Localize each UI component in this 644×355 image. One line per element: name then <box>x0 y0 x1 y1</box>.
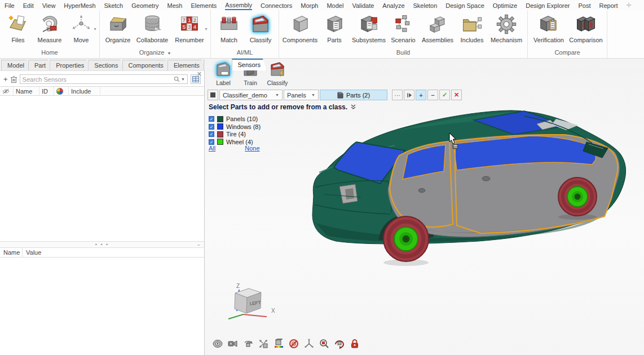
menu-sketch[interactable]: Sketch <box>104 1 123 10</box>
classify-tool[interactable]: Classify <box>266 60 289 86</box>
menu-report[interactable]: Report <box>599 1 618 10</box>
menu-validate[interactable]: Validate <box>352 1 374 10</box>
menu-view[interactable]: View <box>42 1 56 10</box>
menu-optimize[interactable]: Optimize <box>493 1 517 10</box>
collapse-prompt-icon[interactable] <box>351 104 356 110</box>
color-column-header[interactable] <box>54 87 69 95</box>
name-column-header[interactable]: Name <box>14 87 39 95</box>
graphics-viewport[interactable]: Label Train Classify <box>205 59 644 355</box>
delete-sensor-icon[interactable] <box>11 76 17 83</box>
legend-links: All None <box>209 145 271 152</box>
ribbon-item-renumber[interactable]: 7 1 2 5 3 4 Renumber ▼ <box>171 12 208 43</box>
menu-file[interactable]: File <box>5 1 15 10</box>
ribbon-item-organize[interactable]: Organize <box>102 12 134 43</box>
class-row-windows[interactable]: ✓ Windows (8) <box>209 123 261 131</box>
menu-overflow-icon[interactable]: ✛ <box>627 2 632 9</box>
clear-highlight-icon[interactable] <box>289 339 299 349</box>
parts-selection-field[interactable]: Parts (2) <box>320 90 387 100</box>
renumber-dropdown-arrow[interactable]: ▼ <box>204 27 208 31</box>
menu-edit[interactable]: Edit <box>23 1 34 10</box>
menu-mesh[interactable]: Mesh <box>167 1 183 10</box>
rotate-view-icon[interactable] <box>243 339 253 349</box>
search-filter-dropdown-icon[interactable]: ▼ <box>181 77 185 81</box>
menu-hypermesh[interactable]: HyperMesh <box>64 1 95 10</box>
sensor-search-input[interactable] <box>23 76 174 83</box>
tab-components[interactable]: Components <box>122 60 170 70</box>
menu-skeleton[interactable]: Skeleton <box>413 1 438 10</box>
lock-rotation-icon[interactable] <box>350 339 360 349</box>
ribbon-item-mechanism[interactable]: Mechanism <box>488 12 525 43</box>
include-column-header[interactable]: Include <box>69 87 100 95</box>
close-panel-icon[interactable]: ✕ <box>197 70 202 78</box>
select-all-link[interactable]: All <box>209 145 215 152</box>
classifier-dropdown[interactable]: Classifier_demo▼ <box>219 90 283 100</box>
splitter-handle-icon: • • • <box>95 242 109 247</box>
tab-part[interactable]: Part <box>28 60 52 70</box>
ribbon-group-home: Files Measure <box>0 10 100 58</box>
options-button[interactable]: ··· <box>392 90 403 100</box>
menu-post[interactable]: Post <box>578 1 590 10</box>
tab-sections[interactable]: Sections <box>88 60 124 70</box>
add-to-class-button[interactable]: + <box>416 90 426 100</box>
menu-model[interactable]: Model <box>327 1 343 10</box>
wheel-checkbox[interactable]: ✓ <box>209 139 214 145</box>
menu-design-explorer[interactable]: Design Explorer <box>526 1 570 10</box>
tab-sensors[interactable]: Sensors <box>232 59 267 70</box>
sensor-tree-area[interactable] <box>0 96 204 241</box>
menu-morph[interactable]: Morph <box>301 1 318 10</box>
windows-checkbox[interactable]: ✓ <box>209 124 214 130</box>
collapse-section-icon[interactable]: ⌄ <box>196 241 202 247</box>
fit-view-icon[interactable] <box>258 339 268 349</box>
confirm-button[interactable]: ✓ <box>439 90 450 100</box>
spin-view-icon[interactable] <box>334 339 345 349</box>
ribbon-item-measure[interactable]: Measure <box>34 12 65 43</box>
class-row-tire[interactable]: ✓ Tire (4) <box>209 131 261 138</box>
ribbon-item-parts[interactable]: Parts <box>319 12 350 43</box>
zoom-select-icon[interactable] <box>319 339 329 349</box>
scope-dropdown[interactable]: Panels▼ <box>284 90 319 100</box>
menu-elements[interactable]: Elements <box>191 1 217 10</box>
tab-properties[interactable]: Properties <box>50 60 90 70</box>
menu-design-space[interactable]: Design Space <box>445 1 484 10</box>
ribbon-item-move[interactable]: Move ▼ <box>65 12 97 43</box>
panels-checkbox[interactable]: ✓ <box>209 116 214 122</box>
remove-from-class-button[interactable]: − <box>427 90 438 100</box>
view-orientation-cube[interactable]: Z LEFT X <box>223 282 277 322</box>
menu-analyze[interactable]: Analyze <box>382 1 404 10</box>
ribbon-item-match[interactable]: Match <box>213 12 245 43</box>
select-none-link[interactable]: None <box>245 145 259 152</box>
ribbon-item-includes[interactable]: Includes <box>456 12 488 43</box>
ribbon-item-assemblies[interactable]: Assemblies <box>419 12 456 43</box>
property-value-column[interactable]: Value <box>23 249 41 256</box>
class-row-panels[interactable]: ✓ Panels (10) <box>209 116 261 123</box>
tire-checkbox[interactable]: ✓ <box>209 131 214 137</box>
display-legend-icon[interactable] <box>274 339 284 349</box>
panel-splitter[interactable]: • • • ⌄ <box>0 241 204 248</box>
reject-button[interactable]: ✕ <box>451 90 462 100</box>
ribbon-item-subsystems[interactable]: Subsystems <box>350 12 387 43</box>
ribbon-item-collaborate[interactable]: Collaborate <box>134 12 171 43</box>
move-dropdown-arrow[interactable]: ▼ <box>93 27 97 31</box>
ribbon-item-scenario[interactable]: Scenario <box>387 12 419 43</box>
menu-connectors[interactable]: Connectors <box>261 1 292 10</box>
view-options-icon[interactable] <box>213 339 223 349</box>
property-table-area[interactable] <box>0 258 204 355</box>
advance-button[interactable] <box>404 90 414 100</box>
camera-standard-views-icon[interactable] <box>228 339 238 349</box>
ribbon-item-verification[interactable]: Verification <box>530 12 567 43</box>
ribbon-item-comparison[interactable]: Comparison <box>567 12 605 43</box>
axes-triad-icon[interactable] <box>304 339 314 349</box>
ribbon-item-classify[interactable]: Classify <box>245 12 276 43</box>
search-icon[interactable] <box>174 76 180 82</box>
visibility-column-header[interactable] <box>0 87 14 95</box>
tab-model[interactable]: Model <box>1 60 30 70</box>
entity-type-button[interactable] <box>208 90 218 100</box>
menu-geometry[interactable]: Geometry <box>131 1 158 10</box>
tab-elements[interactable]: Elements <box>167 60 206 70</box>
menu-assembly[interactable]: Assembly <box>225 1 252 10</box>
id-column-header[interactable]: ID <box>39 87 54 95</box>
property-name-column[interactable]: Name <box>0 248 23 257</box>
ribbon-item-files[interactable]: Files <box>2 12 34 43</box>
ribbon-item-components[interactable]: Components <box>281 12 319 43</box>
add-sensor-button[interactable]: + <box>3 77 8 82</box>
